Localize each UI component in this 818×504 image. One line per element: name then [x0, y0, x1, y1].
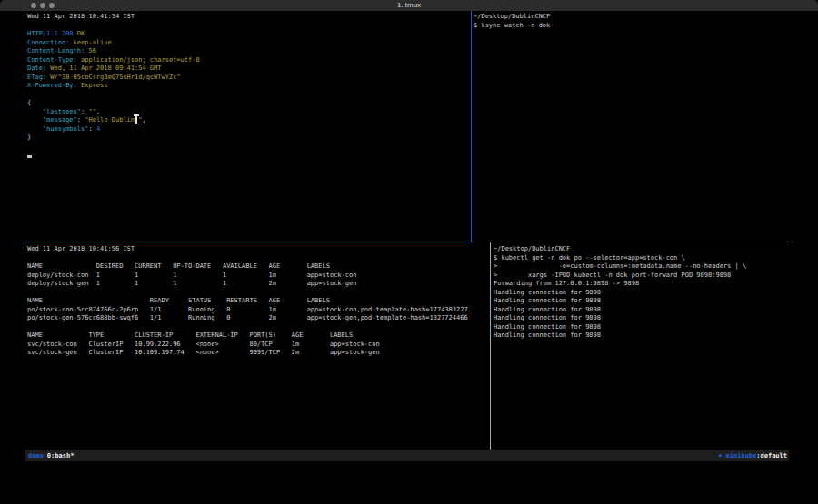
- http-header-content-length: Content-Length: 56: [27, 47, 469, 56]
- window-titlebar: 1. tmux: [0, 0, 818, 11]
- kube-context: minikube: [726, 452, 757, 460]
- pane-http-response[interactable]: Wed 11 Apr 2018 10:41:54 IST HTTP/1.1 20…: [27, 13, 469, 240]
- terminal-cursor: [27, 155, 32, 158]
- http-header-x-powered-by: X-Powered-By: Express: [27, 82, 469, 91]
- json-line-message: "message": "Hello Dublin!",: [27, 116, 469, 125]
- statusbar-left: demo0:bash*: [25, 452, 74, 460]
- prompt-cwd: ~/Desktop/DublinCNCF: [494, 245, 788, 254]
- blank-line: [27, 22, 469, 31]
- output-line: Forwarding from 127.0.0.1:9898 -> 9898: [494, 280, 788, 289]
- blank-line: [27, 91, 469, 100]
- pods-table-header: NAME READY STATUS RESTARTS AGE LABELS: [27, 297, 487, 306]
- output-line: Handling connection for 9898: [494, 297, 788, 306]
- prompt-cwd: ~/Desktop/DublinCNCF: [474, 13, 788, 22]
- pane-divider-vertical-top: [471, 11, 472, 242]
- timestamp: Wed 11 Apr 2018 10:41:56 IST: [27, 245, 487, 254]
- tmux-statusbar: demo0:bash* ⎈ minikube:default: [25, 450, 789, 461]
- command-line: $ ksync watch -n dok: [474, 22, 788, 31]
- json-line-lastseen: "lastseen": "",: [27, 108, 469, 117]
- pane-kubectl-resources[interactable]: Wed 11 Apr 2018 10:41:56 IST NAME DESIRE…: [27, 245, 487, 447]
- blank-line: [27, 254, 487, 263]
- pane-divider-horizontal-active: [25, 242, 471, 242]
- http-header-connection: Connection: keep-alive: [27, 39, 469, 48]
- kubernetes-helm-icon: ⎈: [718, 452, 725, 460]
- table-row: po/stock-gen-576cc688bb-swqf6 1/1 Runnin…: [27, 314, 487, 323]
- terminal-window: 1. tmux Wed 11 Apr 2018 10:41:54 IST HTT…: [0, 0, 818, 504]
- command-line: > xargs -IPOD kubectl -n dok port-forwar…: [494, 272, 788, 281]
- deployments-table-header: NAME DESIRED CURRENT UP-TO-DATE AVAILABL…: [27, 262, 487, 272]
- blank-line: [27, 143, 469, 152]
- pane-divider-vertical-bottom: [490, 242, 491, 450]
- output-line: Handling connection for 9898: [494, 314, 788, 323]
- table-row: svc/stock-gen ClusterIP 10.109.197.74 <n…: [27, 349, 487, 358]
- blank-line: [27, 323, 487, 332]
- pane-divider-horizontal-inactive: [471, 242, 789, 242]
- blank-line: [27, 289, 487, 298]
- timestamp: Wed 11 Apr 2018 10:41:54 IST: [27, 13, 469, 22]
- terminal-cursor-line: [27, 151, 469, 160]
- http-status-line: HTTP/1.1 200 OK: [27, 30, 469, 39]
- json-open-brace: {: [27, 99, 469, 108]
- output-line: Handling connection for 9898: [494, 306, 788, 315]
- table-row: deploy/stock-con 1 1 1 1 1m app=stock-co…: [27, 272, 487, 281]
- statusbar-right: ⎈ minikube:default: [718, 452, 789, 460]
- command-line: > -o=custom-columns=:metadata.name --no-…: [494, 262, 788, 272]
- window-tab[interactable]: 0:bash*: [47, 452, 75, 460]
- pane-port-forward[interactable]: ~/Desktop/DublinCNCF $ kubectl get -n do…: [494, 245, 788, 447]
- session-name: demo: [28, 452, 44, 460]
- window-title: 1. tmux: [0, 1, 818, 9]
- table-row: deploy/stock-gen 1 1 1 1 2m app=stock-ge…: [27, 280, 487, 289]
- http-header-date: Date: Wed, 11 Apr 2018 09:41:54 GMT: [27, 64, 469, 74]
- json-close-brace: }: [27, 133, 469, 143]
- http-header-etag: ETag: W/"38-05coCsrg3mQ75sHr1d/qcWTwYZc": [27, 74, 469, 83]
- table-row: svc/stock-con ClusterIP 10.99.222.96 <no…: [27, 341, 487, 350]
- output-line: Handling connection for 9898: [494, 323, 788, 332]
- table-row: po/stock-con-5cc874766c-2p6rp 1/1 Runnin…: [27, 306, 487, 315]
- json-line-numsymbols: "numsymbols": 4: [27, 125, 469, 134]
- output-line: Handling connection for 9898: [494, 289, 788, 298]
- services-table-header: NAME TYPE CLUSTER-IP EXTERNAL-IP PORT(S)…: [27, 331, 487, 341]
- pane-ksync-watch[interactable]: ~/Desktop/DublinCNCF $ ksync watch -n do…: [474, 13, 788, 240]
- kube-namespace: :default: [756, 452, 787, 460]
- http-header-content-type: Content-Type: application/json; charset=…: [27, 56, 469, 65]
- command-line: $ kubectl get -n dok po --selector=app=s…: [494, 254, 788, 263]
- output-line: Handling connection for 9898: [494, 331, 788, 341]
